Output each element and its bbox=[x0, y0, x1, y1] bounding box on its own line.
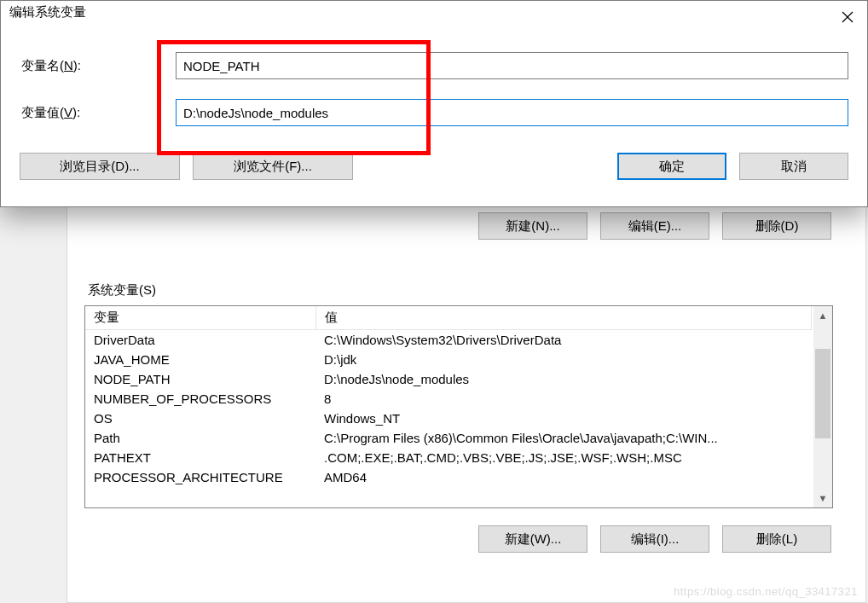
cell-variable: OS bbox=[85, 409, 315, 428]
sys-edit-button[interactable]: 编辑(I)... bbox=[600, 525, 709, 553]
user-edit-button[interactable]: 编辑(E)... bbox=[600, 212, 709, 240]
scrollbar-thumb[interactable] bbox=[815, 349, 830, 438]
env-vars-dialog: 新建(N)... 编辑(E)... 删除(D) 系统变量(S) 变量 值 Dri… bbox=[67, 205, 866, 603]
table-row[interactable]: NUMBER_OF_PROCESSORS8 bbox=[85, 389, 812, 409]
variable-value-label: 变量值(V): bbox=[20, 105, 176, 121]
scroll-down-icon[interactable]: ▼ bbox=[813, 489, 832, 507]
dialog-titlebar: 编辑系统变量 bbox=[1, 1, 867, 26]
table-row[interactable]: PROCESSOR_ARCHITECTUREAMD64 bbox=[85, 467, 812, 487]
cancel-button[interactable]: 取消 bbox=[739, 153, 848, 180]
variable-name-label: 变量名(N): bbox=[20, 58, 176, 74]
sys-new-button[interactable]: 新建(W)... bbox=[478, 525, 587, 553]
table-row[interactable]: NODE_PATHD:\nodeJs\node_modules bbox=[85, 369, 812, 389]
edit-dialog-buttons: 浏览目录(D)... 浏览文件(F)... 确定 取消 bbox=[1, 146, 867, 180]
cell-value: AMD64 bbox=[315, 467, 812, 487]
table-row[interactable]: JAVA_HOMED:\jdk bbox=[85, 350, 812, 369]
cell-variable: PROCESSOR_ARCHITECTURE bbox=[85, 467, 315, 487]
cell-value: D:\jdk bbox=[315, 350, 812, 369]
scrollbar-track[interactable]: ▲ ▼ bbox=[813, 306, 832, 507]
table-row[interactable]: OSWindows_NT bbox=[85, 409, 812, 428]
user-new-button[interactable]: 新建(N)... bbox=[478, 212, 587, 240]
cell-value: C:\Windows\System32\Drivers\DriverData bbox=[315, 330, 812, 351]
col-header-variable[interactable]: 变量 bbox=[85, 306, 315, 330]
cell-value: Windows_NT bbox=[315, 409, 812, 428]
variable-value-input[interactable] bbox=[176, 99, 848, 126]
edit-system-variable-dialog: 编辑系统变量 变量名(N): 变量值(V): 浏览目录(D)... 浏览文件(F… bbox=[0, 0, 868, 207]
cell-variable: Path bbox=[85, 428, 315, 448]
dialog-title: 编辑系统变量 bbox=[9, 4, 86, 20]
cell-value: D:\nodeJs\node_modules bbox=[315, 369, 812, 389]
cell-variable: NUMBER_OF_PROCESSORS bbox=[85, 389, 315, 409]
cell-value: C:\Program Files (x86)\Common Files\Orac… bbox=[315, 428, 812, 448]
system-vars-list[interactable]: 变量 值 DriverDataC:\Windows\System32\Drive… bbox=[84, 305, 833, 508]
table-row[interactable]: DriverDataC:\Windows\System32\Drivers\Dr… bbox=[85, 330, 812, 351]
browse-file-button[interactable]: 浏览文件(F)... bbox=[193, 153, 353, 180]
close-icon bbox=[842, 11, 854, 23]
system-vars-table: 变量 值 DriverDataC:\Windows\System32\Drive… bbox=[85, 306, 812, 487]
user-vars-buttons-partial: 新建(N)... 编辑(E)... 删除(D) bbox=[84, 206, 831, 240]
system-vars-label: 系统变量(S) bbox=[84, 282, 831, 299]
ok-button[interactable]: 确定 bbox=[617, 153, 726, 180]
table-row[interactable]: PathC:\Program Files (x86)\Common Files\… bbox=[85, 428, 812, 448]
cell-value: .COM;.EXE;.BAT;.CMD;.VBS;.VBE;.JS;.JSE;.… bbox=[315, 448, 812, 467]
cell-variable: PATHEXT bbox=[85, 448, 315, 467]
cell-variable: NODE_PATH bbox=[85, 369, 315, 389]
col-header-value[interactable]: 值 bbox=[315, 306, 812, 330]
sys-delete-button[interactable]: 删除(L) bbox=[722, 525, 831, 553]
cell-variable: DriverData bbox=[85, 330, 315, 351]
cell-value: 8 bbox=[315, 389, 812, 409]
variable-name-input[interactable] bbox=[176, 52, 848, 79]
scroll-up-icon[interactable]: ▲ bbox=[813, 306, 832, 325]
system-vars-buttons: 新建(W)... 编辑(I)... 删除(L) bbox=[84, 525, 831, 553]
edit-form: 变量名(N): 变量值(V): bbox=[1, 26, 867, 126]
env-vars-content: 新建(N)... 编辑(E)... 删除(D) 系统变量(S) 变量 值 Dri… bbox=[67, 206, 848, 598]
user-delete-button[interactable]: 删除(D) bbox=[722, 212, 831, 240]
table-row[interactable]: PATHEXT.COM;.EXE;.BAT;.CMD;.VBS;.VBE;.JS… bbox=[85, 448, 812, 467]
cell-variable: JAVA_HOME bbox=[85, 350, 315, 369]
browse-directory-button[interactable]: 浏览目录(D)... bbox=[20, 153, 180, 180]
watermark-text: https://blog.csdn.net/qq_33417321 bbox=[674, 585, 858, 598]
